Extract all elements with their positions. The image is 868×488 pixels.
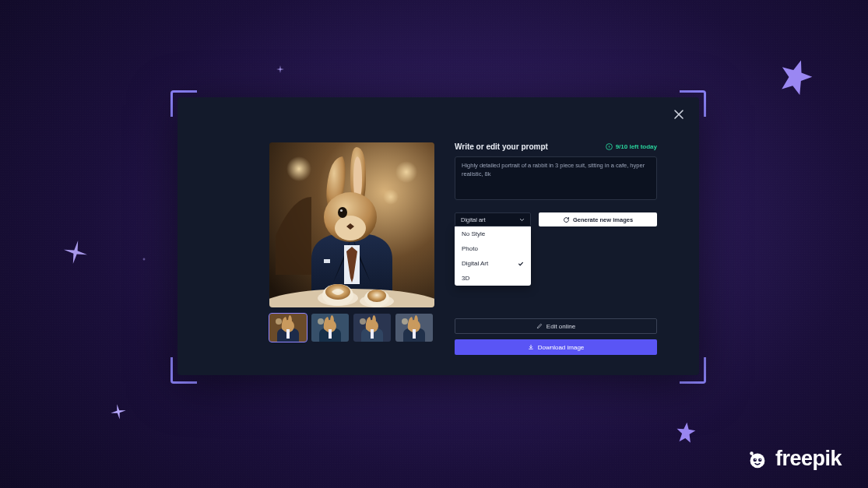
generate-label: Generate new images [573,216,633,223]
style-selected-label: Digital art [461,216,486,223]
svg-point-21 [318,318,324,325]
svg-point-1 [286,156,311,181]
close-button[interactable] [673,108,685,121]
svg-rect-4 [324,259,330,263]
preview-column [269,142,434,355]
refresh-icon [563,216,570,223]
style-option-label: 3D [462,275,469,282]
style-select[interactable]: Digital art [455,212,531,226]
brand-name: freepik [775,447,842,471]
svg-point-36 [754,458,756,460]
svg-point-35 [758,458,762,462]
svg-point-7 [338,207,347,218]
pencil-icon [536,323,543,329]
image-generator-modal: Write or edit your prompt 9/10 left toda… [177,97,699,375]
svg-rect-19 [286,329,290,339]
sparkle-icon [61,238,90,267]
svg-point-3 [383,189,399,205]
edit-label: Edit online [546,323,575,330]
svg-point-34 [753,458,757,462]
credits-label: 9/10 left today [616,143,657,150]
svg-rect-27 [371,329,374,339]
style-option-label: Photo [462,245,478,252]
controls-column: Write or edit your prompt 9/10 left toda… [455,142,657,355]
sparkle-icon [276,65,284,73]
thumbnail[interactable] [353,314,391,342]
style-option[interactable]: 3D [455,271,531,286]
style-option[interactable]: Photo [455,241,531,256]
style-dropdown: No StylePhotoDigital Art3D [455,226,531,286]
svg-point-8 [340,209,343,212]
svg-point-37 [760,458,761,460]
freepik-mascot-icon [746,448,769,471]
prompt-heading: Write or edit your prompt [455,142,548,151]
close-icon [673,108,685,121]
style-option-label: No Style [462,230,485,237]
edit-online-button[interactable]: Edit online [455,318,657,334]
svg-rect-23 [329,329,332,339]
svg-point-17 [276,318,282,325]
prompt-input[interactable] [455,156,657,200]
download-icon [528,344,534,350]
star-icon [769,51,822,104]
style-option-label: Digital Art [462,260,488,267]
generate-button[interactable]: Generate new images [539,212,657,226]
style-option[interactable]: Digital Art [455,256,531,271]
check-icon [518,261,524,267]
thumbnail[interactable] [269,314,307,342]
credits-remaining: 9/10 left today [606,143,657,150]
thumbnail-strip [269,314,434,342]
sparkle-icon [110,403,128,421]
thumbnail[interactable] [395,314,433,342]
download-button[interactable]: Download image [455,339,657,355]
download-label: Download image [538,344,585,351]
svg-point-2 [395,161,417,183]
style-option[interactable]: No Style [455,226,531,241]
star-icon [672,419,699,446]
generated-image-preview[interactable] [269,142,434,307]
brand-logo: freepik [746,447,842,471]
svg-point-25 [360,318,366,325]
svg-point-15 [367,290,386,302]
chevron-down-icon [519,217,525,223]
thumbnail[interactable] [311,314,349,342]
bolt-icon [606,143,613,150]
svg-rect-31 [413,329,416,339]
svg-point-29 [402,318,408,325]
sparkle-icon [142,258,146,262]
